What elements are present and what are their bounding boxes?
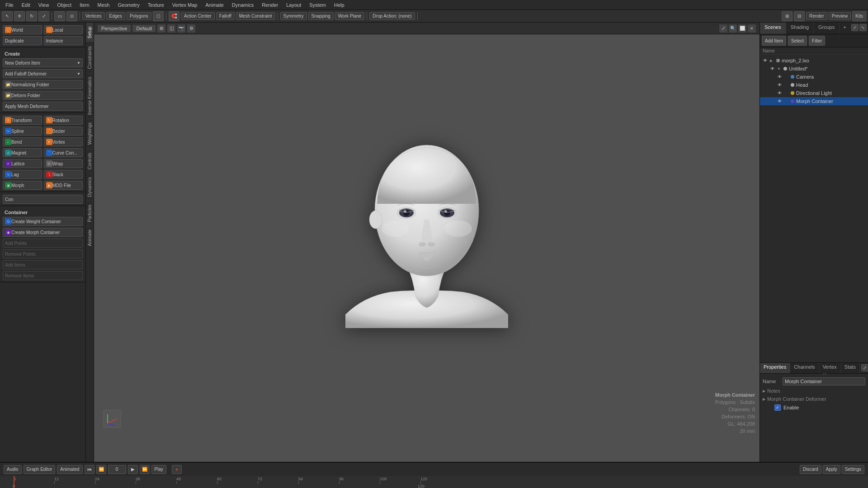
vis-icon-head[interactable]: 👁 bbox=[776, 82, 783, 88]
kits-btn[interactable]: Kits bbox=[852, 11, 866, 21]
menu-texture[interactable]: Texture bbox=[144, 1, 168, 9]
tab-stats[interactable]: Stats bbox=[841, 363, 860, 373]
menu-layout[interactable]: Layout bbox=[283, 1, 305, 9]
viewport[interactable]: Perspective Default ⊞ ◫ 📷 ⚙ ⤢ 🔍 ⬜ ≡ bbox=[94, 23, 760, 462]
tab-vertex[interactable]: Vertex ... bbox=[819, 363, 841, 373]
menu-view[interactable]: View bbox=[35, 1, 53, 9]
name-input[interactable] bbox=[783, 377, 865, 385]
vis-icon-morph[interactable]: 👁 bbox=[776, 98, 783, 104]
tab-channels[interactable]: Channels bbox=[790, 363, 819, 373]
tab-dynamics[interactable]: Dynamics bbox=[86, 173, 94, 201]
symmetry-btn[interactable]: Symmetry bbox=[280, 12, 307, 20]
frame-input[interactable] bbox=[108, 465, 126, 474]
tool-lasso[interactable]: ⊙ bbox=[66, 11, 77, 21]
tree-item-untitled[interactable]: 👁 ▼ Untitled* bbox=[760, 65, 868, 73]
action-center-btn[interactable]: Action Center bbox=[181, 12, 215, 20]
settings-btn[interactable]: Settings bbox=[842, 465, 864, 474]
props-expand[interactable]: ⤢ bbox=[861, 364, 868, 371]
add-falloff-dropdown[interactable]: Add Falloff Deformer ▼ bbox=[3, 69, 83, 78]
preview-btn[interactable]: Preview bbox=[829, 12, 851, 20]
tab-scenes[interactable]: Scenes bbox=[760, 23, 786, 34]
vis-icon-untitled[interactable]: 👁 bbox=[769, 66, 775, 72]
prev-frame[interactable]: ⏪ bbox=[96, 465, 106, 474]
layout-options[interactable]: ⊞ bbox=[782, 11, 793, 21]
tab-constraints[interactable]: Constraints bbox=[86, 42, 94, 73]
render-btn[interactable]: Render bbox=[806, 12, 827, 20]
slack-btn[interactable]: ⤵ Slack bbox=[44, 170, 83, 179]
duplicate-btn[interactable]: Duplicate bbox=[3, 36, 42, 45]
apply-btn[interactable]: Apply bbox=[823, 465, 840, 474]
tree-item-light[interactable]: 👁 Directional Light bbox=[760, 89, 868, 97]
menu-vertex-map[interactable]: Vertex Map bbox=[169, 1, 201, 9]
tab-weightings[interactable]: Weightings bbox=[86, 118, 94, 148]
spline-btn[interactable]: 〜 Spline bbox=[3, 127, 42, 136]
world-btn[interactable]: ⬡ World bbox=[3, 25, 42, 34]
next-frame[interactable]: ⏩ bbox=[140, 465, 150, 474]
vp-default[interactable]: Default bbox=[132, 25, 156, 32]
morph-deformer-section[interactable]: ▶ Morph Container Deformer bbox=[763, 394, 865, 403]
tree-item-morph-container[interactable]: 👁 Morph Container bbox=[760, 97, 868, 105]
enable-checkbox[interactable]: ✓ bbox=[774, 404, 781, 411]
work-plane-btn[interactable]: Work Plane bbox=[335, 12, 365, 20]
layout-options2[interactable]: ⊟ bbox=[794, 11, 805, 21]
menu-mesh[interactable]: Mesh bbox=[94, 1, 113, 9]
menu-edit[interactable]: Edit bbox=[18, 1, 34, 9]
lag-btn[interactable]: ∿ Lag bbox=[3, 170, 42, 179]
tool-transform[interactable]: ✛ bbox=[14, 11, 25, 21]
select-btn[interactable]: Select bbox=[788, 36, 807, 46]
transform-btn[interactable]: ⟳ Transform bbox=[3, 116, 42, 125]
record-btn[interactable]: ● bbox=[172, 465, 182, 474]
local-btn[interactable]: ⬡ Local bbox=[44, 25, 83, 34]
mesh-constraint-btn[interactable]: Mesh Constraint bbox=[236, 12, 275, 20]
rewind-start[interactable]: ⏮ bbox=[85, 465, 94, 474]
snapping-off[interactable]: 🧲 bbox=[169, 11, 179, 21]
scene-expand[interactable]: ⤢ bbox=[851, 24, 859, 31]
normalizing-folder-btn[interactable]: 📁 Normalizing Folder bbox=[3, 80, 83, 89]
menu-animate[interactable]: Animate bbox=[202, 1, 227, 9]
curve-con-btn[interactable]: ⌒ Curve Con... bbox=[44, 148, 83, 157]
rotation-btn[interactable]: ↻ Rotation bbox=[44, 116, 83, 125]
vp-grid-icon[interactable]: ⊞ bbox=[157, 24, 165, 33]
tab-properties[interactable]: Properties bbox=[760, 363, 790, 373]
vis-icon-camera[interactable]: 👁 bbox=[776, 74, 783, 80]
menu-render[interactable]: Render bbox=[258, 1, 282, 9]
drop-action-btn[interactable]: Drop Action: (none) bbox=[369, 12, 415, 20]
menu-geometry[interactable]: Geometry bbox=[114, 1, 143, 9]
vp-safe-icon[interactable]: ◫ bbox=[167, 24, 175, 33]
vp-zoom-in[interactable]: 🔍 bbox=[729, 24, 737, 33]
create-morph-btn[interactable]: ◉ Create Morph Container bbox=[3, 228, 83, 237]
instance-btn[interactable]: Instance bbox=[44, 36, 83, 45]
play-btn[interactable]: Play bbox=[151, 465, 166, 474]
morph-btn[interactable]: ◉ Morph bbox=[3, 181, 42, 190]
notes-section[interactable]: ▶ Notes bbox=[763, 386, 865, 394]
menu-file[interactable]: File bbox=[2, 1, 17, 9]
tree-item-head[interactable]: 👁 Head bbox=[760, 81, 868, 89]
timeline-ruler[interactable]: 0 12 24 36 48 60 72 84 96 108 120 0 120 bbox=[0, 476, 868, 488]
tab-shading[interactable]: Shading bbox=[786, 23, 814, 34]
viewport-canvas[interactable]: Morph Container Polygons : Subdiv Channe… bbox=[94, 34, 760, 462]
snapping-btn[interactable]: Snapping bbox=[308, 12, 334, 20]
lattice-btn[interactable]: # Lattice bbox=[3, 159, 42, 168]
magnet-btn[interactable]: ⊙ Magnet bbox=[3, 148, 42, 157]
wrap-btn[interactable]: ⊙ Wrap bbox=[44, 159, 83, 168]
falloff-btn[interactable]: Falloff bbox=[216, 12, 235, 20]
audio-btn[interactable]: Audio bbox=[4, 465, 22, 474]
con-btn[interactable]: Con bbox=[3, 195, 83, 204]
tab-ik[interactable]: Inverse Kinematics bbox=[86, 73, 94, 118]
menu-object[interactable]: Object bbox=[53, 1, 75, 9]
filter-btn[interactable]: Filter bbox=[809, 36, 825, 46]
tab-groups[interactable]: Groups bbox=[814, 23, 840, 34]
apply-mesh-btn[interactable]: Apply Mesh Deformer bbox=[3, 102, 83, 111]
menu-help[interactable]: Help bbox=[330, 1, 348, 9]
tab-particles[interactable]: Particles bbox=[86, 201, 94, 225]
menu-item[interactable]: Item bbox=[76, 1, 93, 9]
tree-item-lxo[interactable]: 👁 ▶ morph_2.lxo bbox=[760, 56, 868, 65]
vp-cam-icon[interactable]: 📷 bbox=[177, 24, 185, 33]
tab-setup[interactable]: Setup bbox=[86, 23, 94, 42]
vp-maximize[interactable]: ⬜ bbox=[738, 24, 746, 33]
vis-icon-lxo[interactable]: 👁 bbox=[762, 57, 768, 64]
new-deform-dropdown[interactable]: New Deform Item ▼ bbox=[3, 58, 83, 67]
tab-controls[interactable]: Controls bbox=[86, 149, 94, 173]
bezier-btn[interactable]: ⌒ Bezier bbox=[44, 127, 83, 136]
tool-box-select[interactable]: ▭ bbox=[54, 11, 65, 21]
